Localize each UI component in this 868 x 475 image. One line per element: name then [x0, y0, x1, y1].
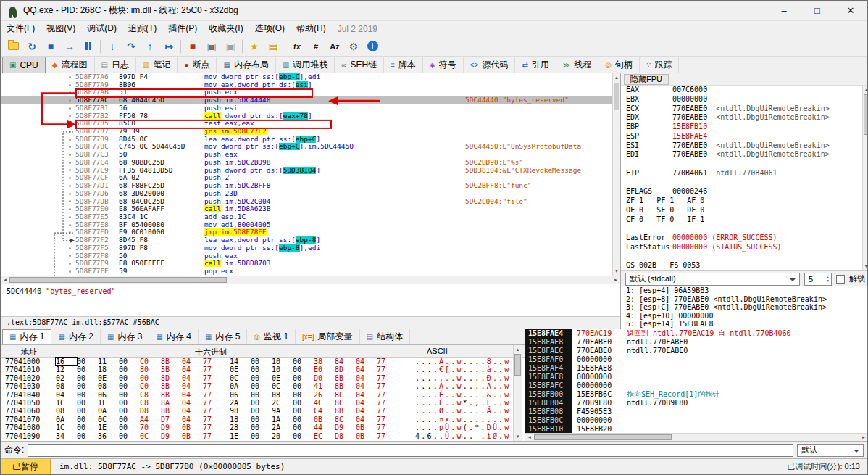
argument-row[interactable]: 4: [esp+10] 00000000 [621, 312, 868, 321]
command-input[interactable] [28, 444, 793, 457]
memory-byte[interactable]: 0E [230, 365, 251, 373]
scroll-down-icon[interactable]: ▼ [613, 268, 620, 275]
tab-graph[interactable]: ◆流程图 [46, 57, 95, 73]
tab-references[interactable]: ⇄引用 [515, 57, 556, 73]
memory-byte[interactable]: 00 [293, 432, 314, 440]
register-row[interactable]: CF 0 TF 0 IF 1 [621, 215, 862, 225]
memory-byte[interactable]: 04 [182, 407, 203, 415]
memory-byte[interactable]: 00 [77, 432, 98, 440]
register-row[interactable]: EIP770B4061ntdll.770B4061 [621, 169, 862, 178]
memory-row[interactable]: 7704104004000600C88B047706000800268C0477… [1, 391, 525, 399]
memory-rows[interactable]: 7704100016001100C08B04771400100038840477… [1, 358, 525, 440]
memory-byte[interactable]: C0 [140, 358, 161, 365]
memory-byte[interactable]: 04 [356, 391, 377, 399]
memory-byte[interactable]: 00 [251, 374, 272, 382]
memory-byte[interactable]: 0A [98, 407, 119, 415]
memory-byte[interactable]: 00 [77, 391, 98, 399]
memory-byte[interactable]: 04 [356, 365, 377, 373]
memory-byte[interactable]: 00 [293, 424, 314, 431]
breakpoint-dot[interactable] [67, 121, 73, 127]
memory-byte[interactable]: 0E [98, 374, 119, 382]
memory-byte[interactable]: 0A [56, 416, 77, 424]
register-row[interactable]: LastStatus00000000 (STATUS_SUCCESS) [621, 243, 862, 252]
memory-byte[interactable]: 00 [119, 407, 140, 415]
memory-byte[interactable]: 77 [377, 365, 398, 373]
menu-item[interactable]: 帮助(H) [291, 21, 332, 36]
memory-row[interactable]: 770410801C001E0070D90B7728002A0044D90B77… [1, 424, 525, 431]
minimize-button[interactable]: – [767, 1, 801, 20]
memory-byte[interactable]: 0C [140, 432, 161, 440]
scroll-right-icon[interactable]: ► [860, 434, 867, 441]
scroll-up-icon[interactable]: ▲ [613, 74, 620, 81]
scroll-right-icon[interactable]: ► [612, 276, 619, 284]
memory-byte[interactable]: 2A [230, 399, 251, 407]
memory-byte[interactable]: 1C [56, 424, 77, 431]
scroll-up-icon[interactable]: ▲ [514, 346, 522, 353]
memory-byte[interactable]: 04 [182, 358, 203, 365]
tab-symbols[interactable]: ◈符号 [423, 57, 464, 73]
memory-byte[interactable]: 0B [356, 432, 377, 440]
memory-byte[interactable]: 77 [203, 407, 224, 415]
tab-breakpoints[interactable]: ●断点 [178, 57, 217, 73]
memory-byte[interactable]: 04 [182, 382, 203, 390]
memory-byte[interactable]: 04 [56, 391, 77, 399]
memory-byte[interactable]: 1A [272, 416, 293, 424]
memory-byte[interactable]: C0 [140, 382, 161, 390]
strings-button[interactable]: Az [325, 38, 344, 55]
memory-byte[interactable]: 84 [335, 358, 356, 365]
disasm-vertical-scrollbar[interactable]: ▲ ▼ [612, 73, 620, 276]
tab-source[interactable]: <>源代码 [464, 57, 516, 73]
register-row[interactable]: LastError00000000 (ERROR_SUCCESS) [621, 234, 862, 243]
memory-byte[interactable]: 77 [377, 399, 398, 407]
memory-row[interactable]: 77041090340036000CD90B771E002000ECD80B77… [1, 432, 525, 440]
memory-byte[interactable]: C8 [140, 391, 161, 399]
memory-byte[interactable]: 00 [140, 374, 161, 382]
memory-byte[interactable]: 00 [119, 424, 140, 431]
menu-item[interactable]: 选项(O) [249, 21, 291, 36]
arg-depth-spinner[interactable]: 5 ▲ ▼ [804, 273, 832, 286]
memory-byte[interactable]: 18 [98, 365, 119, 373]
memory-byte[interactable]: 00 [119, 391, 140, 399]
scroll-down-icon[interactable]: ▼ [514, 433, 522, 440]
memory-byte[interactable]: 08 [98, 382, 119, 390]
close-button[interactable]: ✕ [834, 1, 867, 20]
scroll-up-icon[interactable]: ▲ [863, 86, 868, 94]
memory-byte[interactable]: 8A [161, 399, 182, 407]
memory-byte[interactable]: 00 [251, 424, 272, 431]
command-profile-select[interactable]: 默认 [797, 444, 864, 457]
unlock-checkbox[interactable] [836, 275, 845, 284]
memory-row[interactable]: 7704102002000E00008D04770C000E00D08B0477… [1, 374, 525, 382]
memory-byte[interactable]: 77 [203, 391, 224, 399]
register-row[interactable]: ECX770EABE0<ntdll.DbgUiRemoteBreakin> [621, 104, 862, 114]
memory-byte[interactable]: 00 [77, 399, 98, 407]
trace-over-button[interactable]: ▣ [221, 38, 240, 55]
memory-byte[interactable]: 04 [182, 399, 203, 407]
stop-button[interactable]: ■ [41, 38, 60, 55]
stack-row[interactable]: 15E8FB04770B9F80ntdll.770B9F80 [525, 399, 868, 408]
memory-byte[interactable]: 5B [161, 365, 182, 373]
memory-byte[interactable]: 00 [251, 382, 272, 390]
tab-memory-3[interactable]: ▦内存 3 [101, 329, 149, 344]
scrollbar-thumb[interactable] [864, 94, 868, 135]
menu-item[interactable]: 追踪(T) [122, 21, 162, 36]
memory-byte[interactable]: 0E [272, 374, 293, 382]
memory-byte[interactable]: 06 [230, 391, 251, 399]
memory-byte[interactable]: 77 [377, 416, 398, 424]
memory-byte[interactable]: 00 [251, 365, 272, 373]
memory-byte[interactable]: 8C [335, 399, 356, 407]
scroll-down-icon[interactable]: ▼ [863, 263, 868, 270]
memory-byte[interactable]: 38 [314, 358, 335, 365]
memory-byte[interactable]: 0B [314, 416, 335, 424]
memory-byte[interactable]: 00 [77, 416, 98, 424]
memory-byte[interactable]: 98 [230, 407, 251, 415]
register-row[interactable]: ZF 1 PF 1 AF 0 [621, 197, 862, 206]
memory-byte[interactable]: 77 [203, 399, 224, 407]
run-to-cursor-button[interactable]: ↦ [159, 38, 178, 55]
tab-memory-2[interactable]: ▦内存 2 [51, 329, 100, 344]
tab-memory-map[interactable]: ▦内存布局 [217, 57, 275, 73]
memory-byte[interactable]: 8B [335, 374, 356, 382]
scrollbar-thumb[interactable] [614, 83, 619, 110]
memory-byte[interactable]: 00 [77, 407, 98, 415]
memory-byte[interactable]: 16 [56, 358, 77, 365]
memory-byte[interactable]: 28 [230, 424, 251, 431]
